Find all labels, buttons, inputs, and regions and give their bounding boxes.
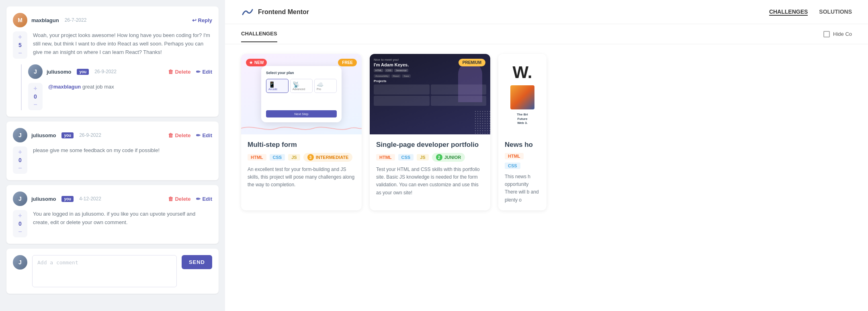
difficulty-number: 3 (307, 154, 314, 161)
card-description: Test your HTML and CSS skills with this … (376, 166, 484, 197)
avatar: M (13, 13, 27, 27)
card-title: Multi-step form (248, 141, 355, 149)
add-comment-area: J SEND (6, 249, 219, 294)
vote-count: 0 (18, 220, 22, 227)
dot-pattern (474, 110, 490, 134)
card-content: Single-page developer portfolio HTML CSS… (370, 134, 490, 210)
username: juliusomo (31, 196, 56, 202)
plan-option: ☁️ Pro (314, 79, 337, 93)
comment-card: M maxblagun 26-7-2022 ↩ CHALLENGES Reply… (6, 6, 219, 117)
current-user-avatar: J (13, 255, 27, 270)
wavy-decoration (241, 122, 362, 134)
username: maxblagun (31, 17, 59, 23)
you-badge: you (61, 132, 74, 138)
reply-button[interactable]: ↩ CHALLENGES Reply (192, 17, 212, 23)
upvote-button[interactable]: + (18, 212, 22, 219)
card-description: An excellent test for your form-building… (248, 166, 355, 189)
downvote-button[interactable]: − (18, 165, 22, 171)
header-actions: 🗑 Delete ✏ Edit (168, 196, 212, 202)
edit-button[interactable]: ✏ Edit (196, 69, 212, 75)
difficulty-badge: 2 JUNIOR (432, 153, 465, 162)
nav-links: CHALLENGES SOLUTIONS (769, 8, 852, 16)
comment-header: J juliusomo you 26-9-2022 🗑 Delete ✏ Edi… (13, 128, 212, 142)
card-image: W. The BriFutureWeb 3. (498, 54, 547, 134)
card-content: News ho HTML CSS This news h opportunity… (498, 134, 547, 210)
vote-count: 0 (34, 93, 37, 100)
mockup-phone: Select your plan 📱 Arcade 📡 Advanced (261, 66, 342, 122)
comment-text: please give me some feedback on my code … (33, 146, 212, 174)
downvote-button[interactable]: − (18, 50, 22, 56)
tag-css: CSS (398, 154, 414, 161)
reply-icon: ↩ (192, 17, 197, 23)
card-image: Nice to meet you! I'm Adam Keyes. HTML C… (370, 54, 490, 134)
mention: @maxblagun (48, 84, 81, 90)
free-badge: FREE (338, 59, 357, 66)
comment-input[interactable] (32, 255, 177, 287)
delete-icon: 🗑 (168, 69, 173, 75)
username: juliusomo (47, 69, 71, 75)
upvote-button[interactable]: + (18, 149, 22, 155)
plan-options: 📱 Arcade 📡 Advanced ☁️ Pro (266, 79, 337, 93)
logo: Frontend Mentor (241, 6, 309, 19)
vote-column: + 5 − (13, 31, 27, 59)
comment-date: 26-9-2022 (94, 69, 117, 74)
difficulty-badge: 3 INTERMEDIATE (303, 153, 353, 162)
comment-card: J juliusomo you 4-12-2022 🗑 Delete ✏ Edi… (6, 185, 219, 244)
next-step-btn: Next Step (266, 110, 337, 117)
silhouette (458, 62, 482, 102)
comment-text: Woah, your project looks awesome! How lo… (33, 31, 212, 59)
mockup-title: Select your plan (266, 71, 337, 75)
vote-column: + 0 − (28, 83, 43, 110)
comment-text: You are logged in as juliusomo. if you l… (33, 210, 212, 237)
challenge-card-news[interactable]: W. The BriFutureWeb 3. News ho HTML CSS … (498, 54, 547, 210)
delete-button[interactable]: 🗑 Delete (168, 69, 190, 75)
nav-challenges[interactable]: CHALLENGES (769, 8, 808, 16)
username: juliusomo (31, 132, 56, 138)
nested-comment: J juliusomo you 26-9-2022 🗑 Delete ✏ Edi… (21, 64, 212, 110)
card-badges: ★ NEW FREE (241, 59, 362, 66)
send-button[interactable]: SEND (182, 255, 212, 269)
edit-button[interactable]: ✏ Edit (196, 196, 212, 202)
tab-challenges[interactable]: CHALLENGES (241, 26, 277, 42)
logo-text: Frontend Mentor (258, 8, 309, 16)
challenge-card-multistep[interactable]: Select your plan 📱 Arcade 📡 Advanced (241, 54, 362, 210)
downvote-button[interactable]: − (33, 101, 37, 108)
logo-icon (241, 6, 254, 19)
challenge-card-portfolio[interactable]: Nice to meet you! I'm Adam Keyes. HTML C… (370, 54, 490, 210)
plan-option: 📱 Arcade (266, 79, 289, 93)
comment-card: J juliusomo you 26-9-2022 🗑 Delete ✏ Edi… (6, 122, 219, 180)
header-actions: 🗑 Delete ✏ Edit (168, 132, 212, 138)
card-tags: HTML CSS (505, 153, 540, 169)
edit-icon: ✏ (196, 132, 201, 138)
vote-column: + 0 − (13, 146, 27, 174)
plan-option: 📡 Advanced (290, 79, 313, 93)
comment-body: + 0 − @maxblagun great job max (28, 83, 212, 110)
hide-completed-label: Hide Co (833, 31, 852, 37)
card-description: This news h opportunity There will b and… (505, 173, 540, 204)
avatar: J (13, 192, 27, 206)
delete-icon: 🗑 (168, 132, 173, 138)
hide-completed-toggle[interactable]: Hide Co (823, 31, 852, 37)
tag-html: HTML (248, 154, 266, 161)
comment-body: + 0 − You are logged in as juliusomo. if… (13, 210, 212, 237)
new-badge: ★ NEW (246, 59, 267, 66)
upvote-button[interactable]: + (18, 34, 22, 40)
downvote-button[interactable]: − (18, 229, 22, 235)
nav-solutions[interactable]: SOLUTIONS (819, 8, 852, 16)
tag-html: HTML (376, 154, 395, 161)
delete-button[interactable]: 🗑 Delete (168, 132, 190, 138)
delete-button[interactable]: 🗑 Delete (168, 196, 190, 202)
delete-icon: 🗑 (168, 196, 173, 202)
preview-image (510, 85, 534, 109)
edit-button[interactable]: ✏ Edit (196, 132, 212, 138)
sub-nav: CHALLENGES Hide Co (225, 24, 868, 44)
tag-html: HTML (505, 153, 524, 159)
comment-body: + 5 − Woah, your project looks awesome! … (13, 31, 212, 59)
cards-grid: Select your plan 📱 Arcade 📡 Advanced (241, 54, 852, 210)
upvote-button[interactable]: + (33, 85, 37, 92)
preview-caption: The BriFutureWeb 3. (517, 113, 528, 125)
tag-css: CSS (505, 163, 520, 169)
hide-completed-checkbox[interactable] (823, 31, 830, 37)
edit-icon: ✏ (196, 196, 201, 202)
comment-header: J juliusomo you 4-12-2022 🗑 Delete ✏ Edi… (13, 192, 212, 206)
